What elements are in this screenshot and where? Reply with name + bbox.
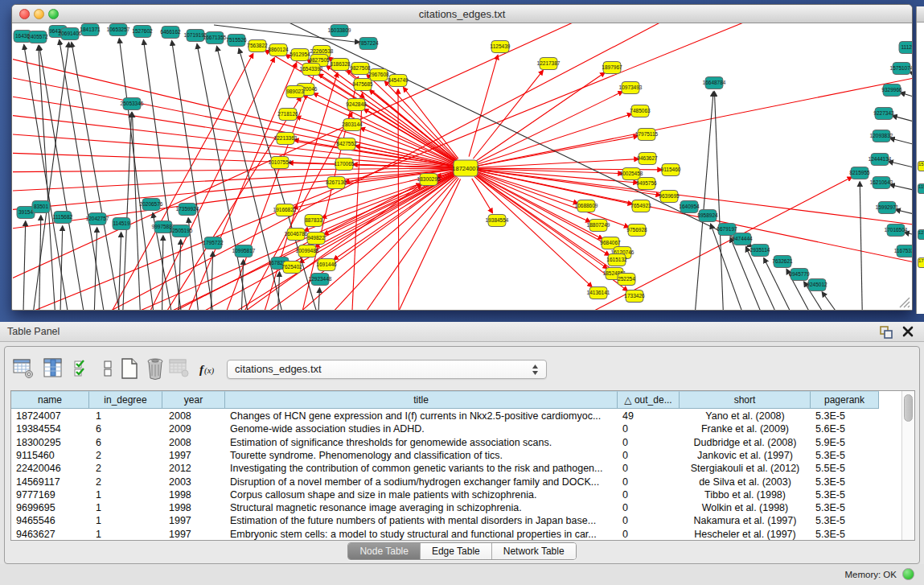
column-chooser-icon[interactable]: [42, 356, 64, 381]
table-row[interactable]: 1872400712008Changes of HCN gene express…: [11, 410, 902, 422]
graph-node[interactable]: 1733426: [624, 290, 645, 303]
graph-node[interactable]: 10099488: [296, 245, 319, 257]
graph-edge[interactable]: [101, 174, 455, 310]
graph-node[interactable]: 887833: [305, 215, 322, 227]
graph-node[interactable]: 18807249: [587, 220, 610, 232]
graph-node[interactable]: 9639695: [659, 191, 680, 203]
graph-node[interactable]: 7515526: [226, 35, 247, 47]
graph-node[interactable]: 7625402: [281, 262, 302, 274]
graph-node[interactable]: 7632621: [772, 256, 793, 268]
graph-node[interactable]: 9474444: [732, 233, 753, 245]
graph-node[interactable]: 1527602: [132, 26, 153, 38]
graph-node[interactable]: 18724007: [452, 160, 478, 176]
graph-edge[interactable]: [901, 93, 912, 104]
graph-edge[interactable]: [370, 90, 457, 161]
graph-edge[interactable]: [60, 226, 63, 310]
graph-node[interactable]: 1615132: [606, 254, 627, 266]
graph-node[interactable]: 2803144: [342, 119, 363, 131]
graph-node[interactable]: 12042757: [86, 213, 109, 225]
graph-node[interactable]: 25053346: [121, 98, 144, 110]
graph-node[interactable]: 7654923: [630, 200, 651, 212]
column-header-year[interactable]: year: [162, 391, 225, 409]
graph-edge[interactable]: [39, 46, 57, 310]
graph-edge[interactable]: [72, 43, 125, 310]
graph-node[interactable]: 15751074: [890, 63, 912, 75]
graph-edge[interactable]: [172, 41, 218, 310]
graph-node[interactable]: 9495756: [636, 178, 657, 190]
graph-node[interactable]: 19166822: [273, 204, 297, 216]
graph-node[interactable]: 8958924: [697, 210, 718, 222]
graph-edge[interactable]: [905, 233, 912, 241]
citation-graph[interactable]: 1643624055729643612069140618413711065325…: [13, 23, 912, 310]
graph-edge[interactable]: [478, 72, 912, 166]
graph-edge[interactable]: [174, 63, 297, 310]
tab-node-table[interactable]: Node Table: [348, 543, 421, 559]
function-builder-icon[interactable]: f (x): [197, 356, 220, 381]
graph-node[interactable]: 17016504: [885, 225, 908, 237]
graph-node[interactable]: 18300295: [417, 174, 441, 186]
checkboxes-icon[interactable]: [97, 356, 120, 381]
table-row[interactable]: 977716911998Corpus callosum shape and si…: [11, 488, 902, 501]
graph-node[interactable]: 252254: [618, 274, 635, 286]
graph-node[interactable]: 5912954: [290, 49, 310, 61]
graph-node[interactable]: 17975115: [635, 129, 659, 141]
tab-network-table[interactable]: Network Table: [492, 543, 576, 559]
column-header-pagerank[interactable]: pagerank: [811, 391, 879, 409]
graph-node[interactable]: 9242848: [346, 99, 367, 111]
graph-edge[interactable]: [822, 292, 857, 310]
graph-node[interactable]: 9827508: [350, 63, 371, 75]
table-row[interactable]: 1830029562008Estimation of significance …: [11, 436, 902, 449]
graph-node[interactable]: 7485063: [630, 105, 651, 117]
graph-node[interactable]: 2718126: [277, 109, 298, 121]
graph-edge[interactable]: [469, 56, 498, 157]
graph-edge[interactable]: [893, 116, 912, 128]
graph-edge[interactable]: [39, 216, 41, 310]
graph-node[interactable]: 17359924: [176, 204, 199, 216]
graph-node[interactable]: 10653257: [107, 24, 130, 36]
graph-edge[interactable]: [367, 75, 457, 160]
graph-node[interactable]: 16046786: [285, 229, 308, 241]
graph-node[interactable]: 9115460: [661, 164, 681, 176]
graph-edge[interactable]: [13, 168, 454, 172]
table-row[interactable]: 946362711997Embryonic stem cells: a mode…: [11, 528, 902, 541]
graph-edge[interactable]: [889, 162, 912, 173]
graph-node[interactable]: 15992971: [876, 202, 899, 214]
graph-edge[interactable]: [24, 45, 73, 310]
graph-edge[interactable]: [162, 236, 163, 310]
graph-node[interactable]: 7563822: [247, 40, 268, 52]
graph-node[interactable]: 19384554: [486, 215, 509, 227]
graph-edge[interactable]: [61, 173, 454, 310]
graph-node[interactable]: 9756928: [626, 225, 647, 237]
graph-node[interactable]: 10973493: [619, 82, 643, 94]
graph-node[interactable]: 12217387: [537, 58, 561, 70]
graph-node[interactable]: 10688609: [575, 200, 598, 212]
column-header-title[interactable]: title: [225, 391, 618, 409]
graph-node[interactable]: 14136141: [587, 287, 610, 299]
network-window-titlebar[interactable]: citations_edges.txt: [12, 5, 912, 23]
graph-node[interactable]: 1640954: [679, 201, 700, 213]
graph-node[interactable]: 114519: [113, 218, 130, 230]
graph-node[interactable]: 12505195: [170, 225, 193, 237]
graph-node[interactable]: 1795722: [203, 237, 224, 249]
graph-edge[interactable]: [282, 23, 752, 246]
graph-node[interactable]: 9475685: [352, 79, 373, 91]
network-canvas[interactable]: 1643624055729643612069140618413711065325…: [13, 23, 912, 310]
column-header-in_degree[interactable]: in_degree: [89, 391, 162, 409]
graph-node[interactable]: 2405572: [27, 31, 48, 43]
graph-edge[interactable]: [910, 72, 912, 84]
graph-edge[interactable]: [478, 171, 912, 269]
graph-node[interactable]: 2967608: [368, 69, 389, 81]
select-rows-icon[interactable]: [72, 356, 94, 381]
float-panel-icon[interactable]: [879, 325, 893, 340]
table-row[interactable]: 1938455462009Genome-wide association stu…: [11, 422, 902, 435]
graph-node[interactable]: 1691446: [316, 259, 337, 271]
scrollbar-thumb[interactable]: [904, 394, 913, 422]
table-row[interactable]: 911546021997Tourette syndrome. Phenomeno…: [11, 449, 902, 462]
window-resize-grip[interactable]: [897, 295, 910, 308]
graph-node[interactable]: 1115682: [53, 212, 73, 224]
graph-node[interactable]: 8945779: [789, 269, 810, 281]
graph-edge[interactable]: [896, 210, 912, 220]
graph-node[interactable]: 11675334: [894, 245, 912, 257]
graph-node[interactable]: 11123: [899, 42, 912, 54]
graph-node[interactable]: 12213363: [274, 133, 298, 145]
